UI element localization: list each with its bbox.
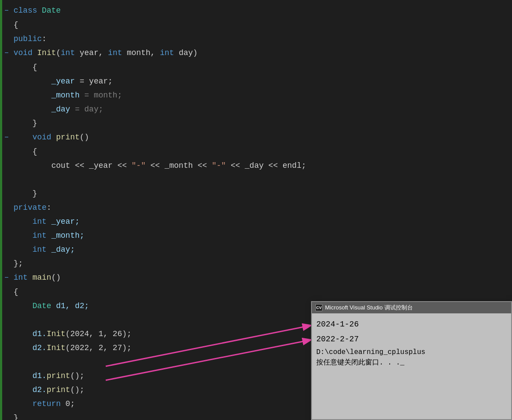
code-text: _month = month; [12, 88, 512, 102]
token [51, 133, 56, 142]
gutter-icon: − [2, 131, 12, 145]
token: int [14, 245, 47, 254]
code-text: { [12, 145, 512, 159]
code-line: private: [2, 201, 512, 215]
code-line: cout << _year << "-" << _month << "-" <<… [2, 159, 512, 173]
code-line: −void Init(int year, int month, int day) [2, 46, 512, 60]
token [14, 302, 32, 310]
gutter-icon: − [2, 271, 12, 285]
token: { [14, 147, 37, 156]
code-text: int _day; [12, 243, 512, 257]
token: } [14, 189, 37, 198]
token: print [47, 371, 70, 380]
token: year, [75, 49, 108, 57]
token: month, [122, 49, 160, 57]
code-line: }; [2, 257, 512, 271]
token: (); [70, 371, 84, 380]
code-text: _day = day; [12, 102, 512, 116]
token: (2024, 1, 26); [66, 330, 131, 338]
token: _month; [47, 231, 84, 240]
code-line: { [2, 285, 512, 299]
token: d1. [14, 330, 47, 338]
token: print [47, 385, 70, 394]
code-text: int main() [12, 271, 512, 285]
code-text: } [12, 187, 512, 201]
token: Init [47, 344, 66, 352]
token: main [32, 273, 51, 282]
token: _day; [47, 245, 75, 254]
token: int [14, 273, 28, 282]
token: = day; [70, 105, 104, 114]
console-output-1: 2024-1-26 [316, 317, 507, 332]
token: } [14, 413, 18, 420]
token: "-" [131, 161, 145, 170]
gutter-icon: − [2, 4, 12, 18]
code-text: void print() [12, 130, 512, 144]
code-text: int _year; [12, 215, 512, 229]
code-text: }; [12, 257, 512, 271]
code-line: _month = month; [2, 88, 512, 102]
code-line: } [2, 116, 512, 130]
token: 0; [61, 399, 75, 408]
token: day) [174, 49, 197, 57]
token: _year; [47, 217, 80, 226]
token: d2. [14, 344, 47, 352]
token: class [14, 6, 37, 15]
token: = year; [75, 77, 112, 86]
token [28, 273, 32, 282]
code-line: } [2, 187, 512, 201]
token: { [14, 63, 37, 72]
token: << _year << [70, 161, 131, 170]
code-line: { [2, 60, 512, 74]
token: Date [32, 302, 51, 310]
token: { [14, 288, 18, 296]
code-text: { [12, 18, 512, 32]
console-body: 2024-1-26 2022-2-27 D:\code\learning_cpl… [312, 313, 511, 371]
console-path: D:\code\learning_cplusplus [316, 347, 507, 358]
code-text: { [12, 285, 512, 299]
console-close: 按任意键关闭此窗口. . ._ [316, 358, 507, 367]
code-line: { [2, 145, 512, 159]
token: d1. [14, 371, 47, 380]
token: _month [14, 91, 80, 100]
code-line: { [2, 18, 512, 32]
code-text: cout << _year << "-" << _month << "-" <<… [12, 159, 512, 173]
token: << _day << endl; [226, 161, 306, 170]
token [37, 6, 42, 15]
token: () [80, 133, 89, 142]
token: (2022, 2, 27); [66, 344, 131, 352]
token: int [160, 49, 174, 57]
token: }; [14, 259, 23, 268]
token: print [56, 133, 80, 142]
code-line: −int main() [2, 271, 512, 285]
token: int [61, 49, 75, 57]
token: ( [56, 49, 61, 57]
token: () [51, 273, 61, 282]
console-titlebar: CV Microsoft Visual Studio 调试控制台 [312, 302, 511, 313]
token: : [47, 203, 52, 212]
gutter-icon: − [2, 46, 12, 60]
token: private [14, 203, 47, 212]
token: _year [14, 77, 75, 86]
token: int [14, 217, 47, 226]
code-text: } [12, 116, 512, 130]
code-text: private: [12, 201, 512, 215]
token: << _month << [145, 161, 211, 170]
code-text: void Init(int year, int month, int day) [12, 46, 512, 60]
token: void [14, 133, 51, 142]
token: _day [14, 105, 70, 114]
token: d1, d2; [51, 302, 89, 310]
token: return [14, 399, 61, 408]
console-icon: CV [315, 304, 322, 311]
code-line: − void print() [2, 130, 512, 145]
code-line: int _day; [2, 243, 512, 257]
token: "-" [212, 161, 226, 170]
token: = month; [80, 91, 122, 100]
code-line: int _month; [2, 229, 512, 243]
token [32, 49, 37, 57]
token: } [14, 119, 37, 128]
code-line: _day = day; [2, 102, 512, 116]
token: d2. [14, 385, 47, 394]
code-line [2, 173, 512, 187]
token: int [14, 231, 47, 240]
